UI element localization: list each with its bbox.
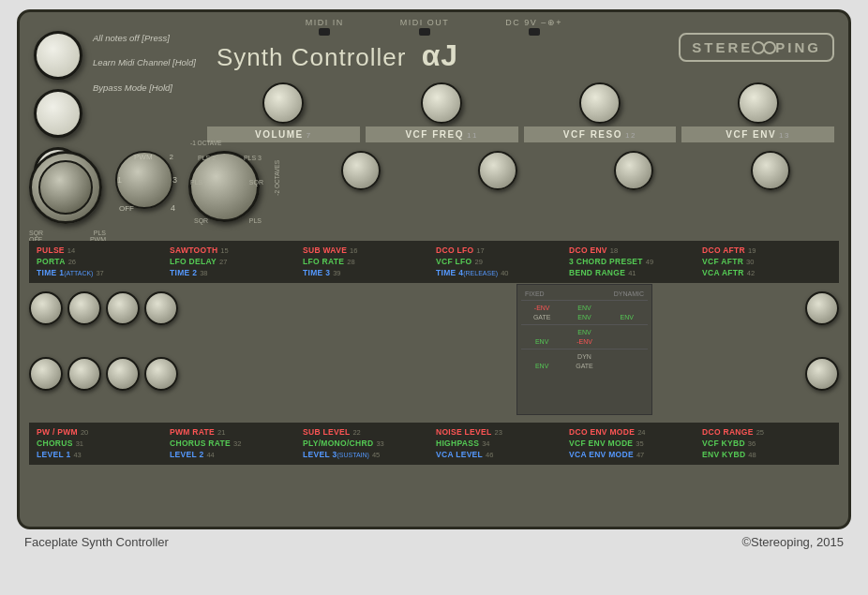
col-dco-lfo: DCO LFO17 VCF LFO29 TIME 4 (RELEASE)40 bbox=[434, 245, 567, 279]
col-pw-pwm: PW / PWM20 CHORUS31 LEVEL 143 bbox=[35, 427, 168, 461]
mid-knob-3[interactable] bbox=[614, 151, 653, 190]
env-mode-inner: FIXED DYNAMIC -ENV ENV GATE ENV ENV ENV bbox=[517, 285, 651, 414]
outer-wrapper: MIDI IN MIDI OUT DC 9V –⊕+ Synth Control… bbox=[0, 0, 868, 595]
env-env-1: ENV bbox=[563, 304, 605, 312]
dial3-pls: PLS bbox=[190, 179, 202, 186]
synth-controller-text: Synth Controller bbox=[217, 43, 406, 71]
vcf-reso-label: VCF RESO bbox=[563, 129, 622, 140]
caption-right: ©Stereoping, 2015 bbox=[741, 535, 844, 549]
osc-dial-1-wrap: SQR PLS OFF PWM bbox=[29, 151, 106, 243]
num-pw-pwm: 20 bbox=[81, 428, 88, 437]
vcf-env-label: VCF ENV bbox=[726, 129, 776, 140]
row-time1: TIME 1 (ATTACK)37 bbox=[37, 268, 166, 277]
dc-port bbox=[529, 28, 540, 36]
all-notes-off-button[interactable] bbox=[34, 31, 82, 80]
volume-label-box: VOLUME7 bbox=[207, 126, 360, 142]
bottom-knobs-row bbox=[29, 357, 839, 391]
label-lfo-rate: LFO RATE bbox=[303, 257, 344, 266]
label-time3: TIME 3 bbox=[303, 268, 330, 277]
osc-dial-1[interactable] bbox=[29, 151, 102, 224]
env-empty-2 bbox=[521, 328, 562, 336]
row-pulse: PULSE14 bbox=[37, 245, 166, 255]
vcf-freq-knob[interactable] bbox=[421, 82, 462, 124]
dial3-pls2: PLS 2 bbox=[198, 155, 216, 161]
num-time2: 38 bbox=[200, 269, 207, 277]
env-neg-env-2: -ENV bbox=[563, 337, 605, 346]
num-noise-level: 23 bbox=[495, 428, 502, 437]
volume-knob[interactable] bbox=[262, 82, 304, 124]
mid-row-knob-3[interactable] bbox=[106, 291, 140, 325]
osc-dial-1-inner bbox=[38, 160, 93, 215]
vcf-env-knob[interactable] bbox=[738, 82, 779, 124]
osc-dial-2-container: 2 PWM 1 3 OFF 4 bbox=[115, 151, 179, 215]
mid-knob-2[interactable] bbox=[478, 151, 517, 190]
label-porta: PORTA bbox=[37, 257, 66, 266]
bot-knob-4[interactable] bbox=[144, 357, 178, 391]
env-env-2: ENV bbox=[563, 313, 605, 321]
label-vcf-env-mode: VCF ENV MODE bbox=[569, 439, 633, 448]
bot-knob-3[interactable] bbox=[106, 357, 140, 391]
bot-knob-2[interactable] bbox=[67, 357, 101, 391]
label-pwm-rate: PWM RATE bbox=[170, 427, 215, 437]
label-noise-level: NOISE LEVEL bbox=[436, 427, 492, 437]
device-title-area: Synth Controller αJ bbox=[217, 38, 458, 73]
volume-param: VOLUME7 bbox=[207, 82, 360, 142]
dial2-num3: 3 bbox=[172, 175, 177, 185]
row-pwm-rate: PWM RATE21 bbox=[170, 427, 299, 437]
learn-midi-channel-button[interactable] bbox=[34, 89, 82, 138]
dial2-num2: 2 bbox=[170, 153, 173, 161]
volume-label: VOLUME bbox=[255, 129, 304, 140]
label-chorus: CHORUS bbox=[37, 439, 73, 448]
label-vcf-aftr: VCF AFTR bbox=[702, 257, 743, 266]
label-vcf-kybd: VCF KYBD bbox=[702, 439, 745, 448]
row-sawtooth: SAWTOOTH15 bbox=[170, 245, 299, 255]
env-grid-2: ENV ENV -ENV bbox=[521, 328, 648, 346]
num-time4: 40 bbox=[501, 269, 508, 277]
dial3-pls3: PLS 3 bbox=[244, 155, 262, 161]
caption-bar: Faceplate Synth Controller ©Stereoping, … bbox=[17, 529, 851, 549]
row-dco-env-mode: DCO ENV MODE24 bbox=[569, 427, 698, 437]
mid-row-knob-5[interactable] bbox=[805, 291, 839, 325]
mid-row-knob-2[interactable] bbox=[67, 291, 101, 325]
vcf-reso-knob[interactable] bbox=[579, 82, 621, 124]
label-sub-wave: SUB WAVE bbox=[303, 245, 347, 255]
midi-out-connector: MIDI OUT bbox=[400, 18, 450, 36]
mid-knob-4[interactable] bbox=[751, 151, 790, 190]
mid-row-knob-4[interactable] bbox=[144, 291, 178, 325]
mid-knob-1[interactable] bbox=[341, 151, 381, 190]
label-time4: TIME 4 bbox=[436, 268, 463, 277]
osc-dial-3[interactable] bbox=[188, 151, 260, 222]
mid-row-knob-1[interactable] bbox=[29, 291, 63, 325]
dc-connector: DC 9V –⊕+ bbox=[505, 18, 562, 36]
vcf-freq-num: 11 bbox=[467, 131, 478, 140]
env-gate-1: GATE bbox=[521, 313, 562, 321]
octave-label-2: -2 OCTAVES bbox=[274, 160, 280, 196]
label-dco-aftr: DCO AFTR bbox=[702, 245, 745, 255]
fixed-label: FIXED bbox=[525, 290, 545, 297]
col-sub-wave: SUB WAVE16 LFO RATE28 TIME 339 bbox=[301, 245, 434, 279]
row-env-kybd: ENV KYBD48 bbox=[702, 450, 831, 459]
bot-knob-1[interactable] bbox=[29, 357, 63, 391]
label-dco-env: DCO ENV bbox=[569, 245, 607, 255]
num-level1: 43 bbox=[73, 451, 81, 459]
col-noise-level: NOISE LEVEL23 HIGHPASS34 VCA LEVEL46 bbox=[434, 427, 567, 461]
row-dco-range: DCO RANGE25 bbox=[702, 427, 831, 437]
bot-knob-5[interactable] bbox=[805, 357, 839, 391]
row-chorus: CHORUS31 bbox=[37, 439, 166, 448]
label-chorus-rate: CHORUS RATE bbox=[170, 439, 231, 448]
caption-left: Faceplate Synth Controller bbox=[24, 535, 169, 549]
env-neg-env-1: -ENV bbox=[521, 304, 562, 312]
num-dco-aftr: 19 bbox=[748, 246, 756, 255]
learn-midi-label: Learn Midi Channel [Hold] bbox=[93, 57, 196, 68]
row-dco-lfo: DCO LFO17 bbox=[436, 245, 565, 255]
label-bend-range: BEND RANGE bbox=[569, 268, 625, 277]
env-env-4: ENV bbox=[563, 328, 605, 336]
num-dco-range: 25 bbox=[756, 428, 764, 437]
num-sub-wave: 16 bbox=[350, 246, 357, 255]
dial2-off: OFF bbox=[119, 204, 134, 213]
dark-strip-1: PULSE14 PORTA26 TIME 1 (ATTACK)37 SAWTOO… bbox=[29, 241, 839, 283]
env-divider-2 bbox=[521, 324, 648, 325]
octave-label-1: -1 OCTAVE bbox=[190, 140, 221, 146]
button-labels: All notes off [Press] Learn Midi Channel… bbox=[93, 33, 196, 94]
all-notes-off-label: All notes off [Press] bbox=[93, 33, 196, 44]
